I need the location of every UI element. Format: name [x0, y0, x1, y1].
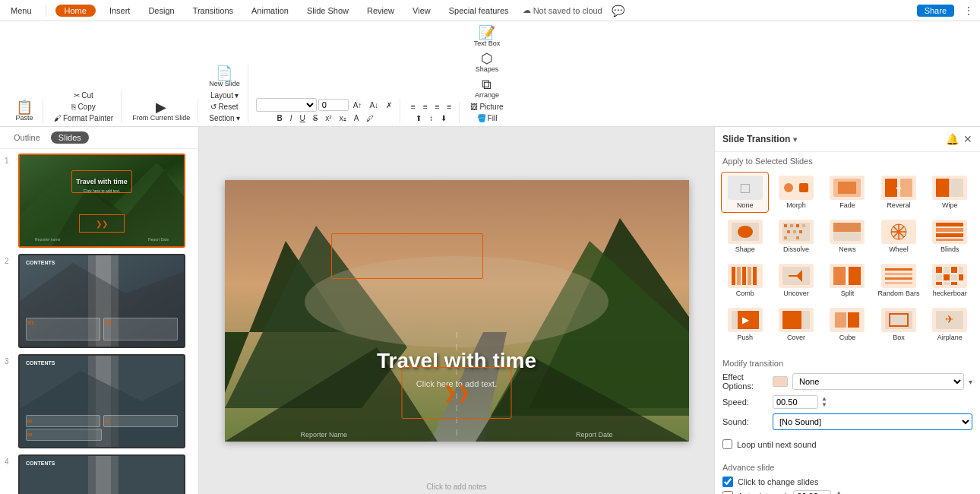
arrange-button[interactable]: ⧉ Arrange	[472, 76, 502, 100]
menu-item-special[interactable]: Special features	[444, 5, 514, 17]
menu-item-home[interactable]: Home	[55, 5, 96, 17]
highlight-button[interactable]: 🖊	[363, 113, 377, 123]
bold-button[interactable]: B	[273, 113, 285, 123]
underline-button[interactable]: U	[296, 113, 308, 123]
picture-button[interactable]: 🖼 Picture	[467, 102, 506, 112]
transition-morph[interactable]: Morph	[772, 172, 820, 213]
transition-cube[interactable]: Cube	[824, 304, 871, 345]
transition-comb[interactable]: Comb	[721, 260, 769, 301]
tab-outline[interactable]: Outline	[6, 131, 48, 144]
transition-wheel[interactable]: Wheel	[874, 216, 922, 257]
menu-item-slideshow[interactable]: Slide Show	[302, 5, 353, 17]
transition-none[interactable]: □ None	[721, 172, 769, 213]
font-family-select[interactable]	[256, 98, 317, 112]
tab-slides[interactable]: Slides	[51, 131, 89, 144]
share-button[interactable]: Share	[917, 5, 954, 17]
font-size-input[interactable]	[318, 99, 349, 111]
transition-fade[interactable]: Fade	[824, 172, 871, 213]
slide-thumbnail[interactable]: CONTENTS 01 02	[18, 254, 185, 348]
loop-checkbox[interactable]	[722, 439, 732, 449]
menu-item-animation[interactable]: Animation	[247, 5, 293, 17]
transition-reveral[interactable]: ↔ Reveral	[874, 172, 922, 213]
from-current-slide-button[interactable]: ▶ From Current Slide	[129, 99, 193, 123]
menu-item-transitions[interactable]: Transitions	[188, 5, 238, 17]
click-change-checkbox[interactable]	[722, 477, 733, 487]
paste-button[interactable]: 📋 Paste	[11, 99, 38, 123]
transition-hckerboard[interactable]: heckerboar	[926, 260, 974, 301]
transition-randombars[interactable]: Random Bars	[874, 260, 922, 301]
canvas-area[interactable]: Travel with time Click here to add text.…	[199, 127, 714, 494]
reset-button[interactable]: ↺ Reset	[207, 102, 241, 112]
align-middle-button[interactable]: ↕	[426, 113, 436, 123]
speed-input[interactable]: 00.50	[773, 395, 818, 409]
align-bottom-button[interactable]: ⬇	[438, 113, 450, 123]
list-item[interactable]: 1	[5, 154, 194, 248]
svg-rect-87	[782, 311, 801, 329]
list-item[interactable]: 2 CONTENTS	[5, 254, 194, 348]
align-top-button[interactable]: ⬆	[413, 113, 425, 123]
transition-news-icon	[830, 220, 865, 244]
more-icon[interactable]: ⋮	[963, 5, 974, 17]
transition-push[interactable]: ▶ Push	[721, 304, 769, 345]
align-justify-button[interactable]: ≡	[444, 102, 455, 112]
transition-wipe[interactable]: Wipe	[926, 172, 974, 213]
ribbon: 📋 Paste ✂ Cut ⎘ Copy 🖌 Format Painter ▶ …	[0, 21, 980, 127]
speed-down-button[interactable]: ▼	[821, 402, 827, 408]
auto-interval-input[interactable]: 00:00	[793, 490, 831, 494]
menu-item-view[interactable]: View	[408, 5, 435, 17]
strikethrough-button[interactable]: S	[310, 113, 321, 123]
effect-options-select[interactable]: None	[792, 373, 964, 390]
new-slide-button[interactable]: 📄 New Slide	[206, 65, 243, 89]
canvas-text-box-top[interactable]	[331, 233, 483, 279]
transition-uncover-label: Uncover	[783, 290, 809, 297]
align-right-button[interactable]: ≡	[432, 102, 443, 112]
slide-thumbnail[interactable]: CONTENTS	[18, 454, 185, 494]
section-button[interactable]: Section ▾	[206, 113, 242, 123]
menu-item-insert[interactable]: Insert	[105, 5, 135, 17]
font-size-down-button[interactable]: A↓	[366, 100, 381, 110]
canvas-bottom-box[interactable]: ❯❯	[402, 367, 512, 419]
canvas-reporter-name[interactable]: Reporter Name	[301, 431, 348, 439]
transition-shape[interactable]: Shape	[721, 216, 769, 257]
comment-icon[interactable]: 💬	[612, 5, 624, 17]
transition-blinds[interactable]: Blinds	[926, 216, 974, 257]
copy-button[interactable]: ⎘ Copy	[68, 102, 98, 112]
slide-thumbnail[interactable]: CONTENTS 01 02 03	[18, 354, 185, 448]
font-size-up-button[interactable]: A↑	[350, 100, 365, 110]
font-color-button[interactable]: A	[351, 113, 362, 123]
italic-button[interactable]: I	[287, 113, 296, 123]
canvas-notes-area[interactable]: Click to add notes	[426, 483, 487, 491]
format-painter-button[interactable]: 🖌 Format Painter	[51, 113, 116, 123]
fill-button[interactable]: 🪣 Fill	[474, 113, 501, 123]
clear-format-button[interactable]: ✗	[383, 100, 395, 110]
transition-split[interactable]: Split	[824, 260, 871, 301]
menu-item-design[interactable]: Design	[144, 5, 179, 17]
cut-button[interactable]: ✂ Cut	[71, 90, 96, 100]
align-left-button[interactable]: ≡	[408, 102, 419, 112]
menu-item-review[interactable]: Review	[362, 5, 399, 17]
transition-box[interactable]: Box	[874, 304, 922, 345]
transition-airplane[interactable]: ✈ Airplane	[926, 304, 974, 345]
bell-icon[interactable]: 🔔	[946, 133, 959, 145]
canvas-report-date[interactable]: Report Date	[576, 431, 613, 439]
text-box-button[interactable]: 📝 Text Box	[471, 24, 504, 49]
svg-rect-27	[838, 182, 856, 194]
close-icon[interactable]: ✕	[963, 133, 972, 145]
panel-title-chevron-icon[interactable]: ▾	[793, 135, 797, 144]
layout-button[interactable]: Layout ▾	[207, 90, 242, 100]
subscript-button[interactable]: x₂	[337, 113, 349, 123]
align-center-button[interactable]: ≡	[420, 102, 431, 112]
auto-interval-up-button[interactable]: ▲	[836, 490, 842, 494]
transition-uncover[interactable]: Uncover	[772, 260, 820, 301]
transition-news[interactable]: News	[824, 216, 871, 257]
transition-cover[interactable]: Cover	[772, 304, 820, 345]
sound-select[interactable]: [No Sound]	[773, 413, 972, 430]
auto-interval-checkbox[interactable]	[722, 491, 733, 494]
list-item[interactable]: 4 CONTENTS	[5, 454, 194, 494]
menu-item-menu[interactable]: Menu	[6, 5, 36, 17]
slide-thumbnail[interactable]: Travel with time Click here to add text.…	[18, 154, 185, 248]
shapes-button[interactable]: ⬡ Shapes	[473, 50, 502, 74]
superscript-button[interactable]: x²	[322, 113, 334, 123]
transition-dissolve[interactable]: Dissolve	[772, 216, 820, 257]
list-item[interactable]: 3 CONTENTS 01	[5, 354, 194, 448]
